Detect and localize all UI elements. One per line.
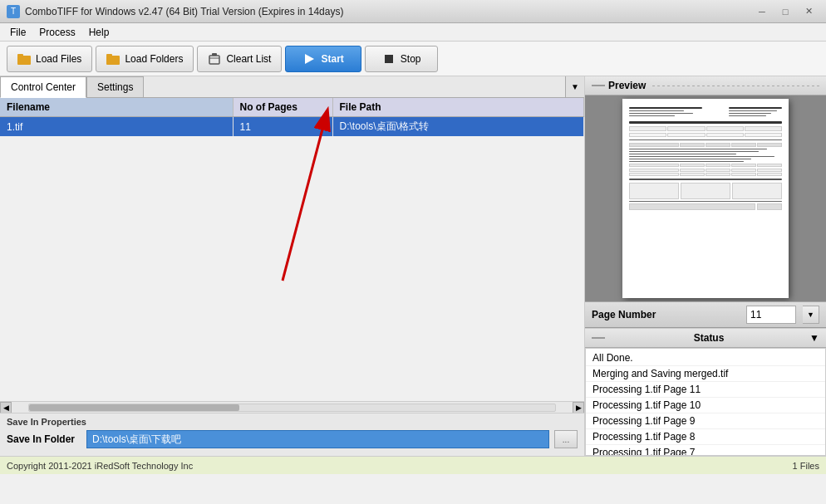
svg-rect-8: [385, 55, 393, 63]
file-count-text: 1 Files: [793, 461, 819, 471]
horizontal-scrollbar[interactable]: ◀ ▶: [0, 401, 584, 413]
clear-list-button[interactable]: Cleart List: [197, 46, 282, 72]
folder-icon: [17, 52, 31, 66]
status-item: Processing 1.tif Page 8: [586, 429, 825, 445]
svg-rect-2: [106, 56, 120, 65]
tab-control-center[interactable]: Control Center: [0, 76, 86, 98]
toolbar: Load Files Load Folders Cleart List Star…: [0, 42, 826, 76]
window-title: ComboTIFF for Windows v2.47 (64 Bit) Tri…: [25, 6, 751, 17]
svg-rect-0: [17, 56, 31, 65]
menu-process[interactable]: Process: [32, 25, 81, 40]
status-header: Status ▼: [585, 329, 826, 348]
page-number-input[interactable]: [746, 306, 796, 324]
svg-rect-1: [17, 54, 23, 56]
file-table: Filename No of Pages File Path 1.tif 11 …: [0, 98, 584, 136]
start-button[interactable]: Start: [285, 46, 361, 72]
copyright-text: Copyright 2011-2021 iRedSoft Technology …: [7, 461, 193, 471]
svg-rect-6: [212, 53, 217, 56]
status-item: Processing 1.tif Page 7: [586, 445, 825, 456]
cell-filename: 1.tif: [0, 117, 233, 137]
svg-rect-4: [209, 56, 219, 64]
right-panel: Preview: [585, 76, 826, 456]
status-item: Merging and Saving merged.tif: [586, 366, 825, 382]
table-scroll-area[interactable]: Filename No of Pages File Path 1.tif 11 …: [0, 98, 584, 401]
left-panel: Control Center Settings ▼ Filename No of…: [0, 76, 585, 456]
menu-help[interactable]: Help: [82, 25, 116, 40]
save-properties-title: Save In Properties: [7, 417, 578, 427]
close-button[interactable]: ✕: [798, 3, 819, 20]
column-filename: Filename: [0, 98, 233, 117]
status-panel: Status ▼ All Done.Merging and Saving mer…: [585, 328, 826, 456]
status-item: Processing 1.tif Page 11: [586, 382, 825, 398]
app-icon: T: [7, 5, 20, 18]
svg-marker-7: [305, 54, 314, 64]
status-item: Processing 1.tif Page 10: [586, 398, 825, 413]
menu-bar: File Process Help: [0, 23, 826, 42]
cell-pages: 11: [233, 117, 332, 137]
page-number-bar: Page Number ▼: [585, 301, 826, 328]
folder2-icon: [106, 52, 120, 66]
tab-dropdown-button[interactable]: ▼: [565, 76, 584, 97]
stop-icon: [382, 52, 396, 66]
status-list[interactable]: All Done.Merging and Saving merged.tifPr…: [585, 348, 826, 456]
save-folder-input[interactable]: D:\tools\桌面\下载吧: [86, 430, 549, 448]
status-item: Processing 1.tif Page 9: [586, 413, 825, 429]
load-files-button[interactable]: Load Files: [7, 46, 92, 72]
status-title: Status: [694, 332, 725, 344]
status-item: All Done.: [586, 350, 825, 366]
cell-filepath: D:\tools\桌面\格式转: [332, 117, 584, 137]
file-table-wrapper: Filename No of Pages File Path 1.tif 11 …: [0, 98, 584, 413]
save-folder-row: Save In Folder D:\tools\桌面\下载吧 ...: [7, 430, 578, 448]
menu-file[interactable]: File: [3, 25, 32, 40]
save-properties-panel: Save In Properties Save In Folder D:\too…: [0, 413, 584, 456]
scroll-thumb[interactable]: [29, 404, 239, 411]
window-controls: ─ □ ✕: [751, 3, 819, 20]
preview-area: [585, 95, 826, 301]
tab-settings[interactable]: Settings: [86, 76, 144, 97]
preview-header: Preview: [585, 76, 826, 95]
column-filepath: File Path: [332, 98, 584, 117]
page-number-label: Page Number: [592, 309, 740, 321]
status-collapse-icon[interactable]: ▼: [809, 332, 819, 344]
scroll-track[interactable]: [28, 404, 556, 412]
status-bar: Copyright 2011-2021 iRedSoft Technology …: [0, 456, 826, 474]
title-bar: T ComboTIFF for Windows v2.47 (64 Bit) T…: [0, 0, 826, 23]
table-row[interactable]: 1.tif 11 D:\tools\桌面\格式转: [0, 117, 584, 137]
stop-button[interactable]: Stop: [365, 46, 439, 72]
preview-title: Preview: [608, 80, 646, 91]
maximize-button[interactable]: □: [774, 3, 796, 20]
svg-rect-3: [106, 54, 112, 56]
clear-icon: [208, 52, 221, 66]
preview-document: [622, 99, 789, 298]
tab-bar: Control Center Settings ▼: [0, 76, 584, 98]
minimize-button[interactable]: ─: [751, 3, 773, 20]
column-pages: No of Pages: [233, 98, 332, 117]
browse-folder-button[interactable]: ...: [554, 430, 578, 448]
page-number-dropdown[interactable]: ▼: [803, 306, 819, 324]
main-area: Control Center Settings ▼ Filename No of…: [0, 76, 826, 456]
save-folder-label: Save In Folder: [7, 433, 81, 445]
play-icon: [302, 52, 316, 66]
load-folders-button[interactable]: Load Folders: [96, 46, 194, 72]
